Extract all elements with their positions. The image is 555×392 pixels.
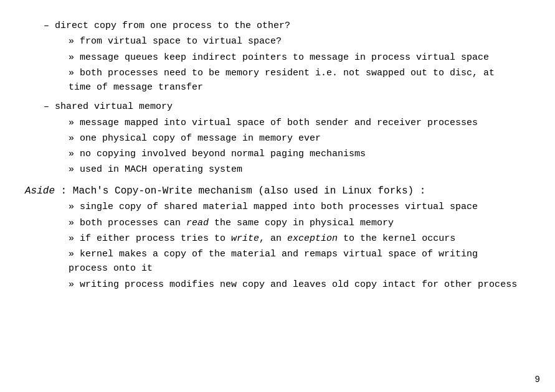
item-message-queues: message queues keep indirect pointers to… (69, 52, 489, 63)
level1-shared-virtual: shared virtual memory (44, 100, 530, 114)
page-number: 9 (535, 375, 540, 385)
level2-item-4: message mapped into virtual space of bot… (69, 116, 530, 130)
aside-writing-process: writing process modifies new copy and le… (69, 279, 517, 290)
item-message-mapped: message mapped into virtual space of bot… (69, 118, 478, 128)
item-virtual-space: from virtual space to virtual space? (69, 36, 282, 47)
aside-item-1: single copy of shared material mapped in… (69, 200, 530, 214)
aside-if-either: if either process tries to write, an exc… (69, 233, 455, 244)
aside-item-4: kernel makes a copy of the material and … (69, 247, 530, 276)
level2-item-5: one physical copy of message in memory e… (69, 131, 530, 146)
write-italic: write (231, 233, 259, 244)
aside-single-copy: single copy of shared material mapped in… (69, 202, 478, 212)
level1-direct-copy: direct copy from one process to the othe… (44, 19, 530, 33)
read-italic: read (186, 218, 209, 228)
aside-item-3: if either process tries to write, an exc… (69, 231, 530, 246)
level2-item-2: message queues keep indirect pointers to… (69, 50, 530, 65)
direct-copy-label: direct copy from one process to the othe… (44, 21, 290, 31)
item-one-physical-copy: one physical copy of message in memory e… (69, 133, 321, 144)
level2-item-7: used in MACH operating system (69, 162, 530, 177)
aside-kernel-makes: kernel makes a copy of the material and … (69, 249, 478, 274)
aside-both-can-read: both processes can read the same copy in… (69, 218, 394, 228)
aside-italic-label: Aside (25, 185, 55, 197)
item-used-in-mach: used in MACH operating system (69, 164, 242, 175)
level2-item-6: no copying involved beyond normal paging… (69, 147, 530, 161)
shared-virtual-label: shared virtual memory (44, 101, 173, 112)
level2-item-3: both processes need to be memory residen… (69, 66, 530, 95)
aside-rest-label: : Mach's Copy-on-Write mechanism (also u… (55, 185, 425, 197)
exception-italic: exception (287, 233, 338, 244)
slide-content: direct copy from one process to the othe… (0, 0, 555, 306)
aside-item-5: writing process modifies new copy and le… (69, 278, 530, 292)
aside-item-2: both processes can read the same copy in… (69, 216, 530, 230)
aside-heading: Aside : Mach's Copy-on-Write mechanism (… (25, 184, 530, 199)
level2-item-1: from virtual space to virtual space? (69, 34, 530, 49)
item-no-copying: no copying involved beyond normal paging… (69, 149, 366, 159)
item-both-processes: both processes need to be memory residen… (69, 68, 495, 93)
